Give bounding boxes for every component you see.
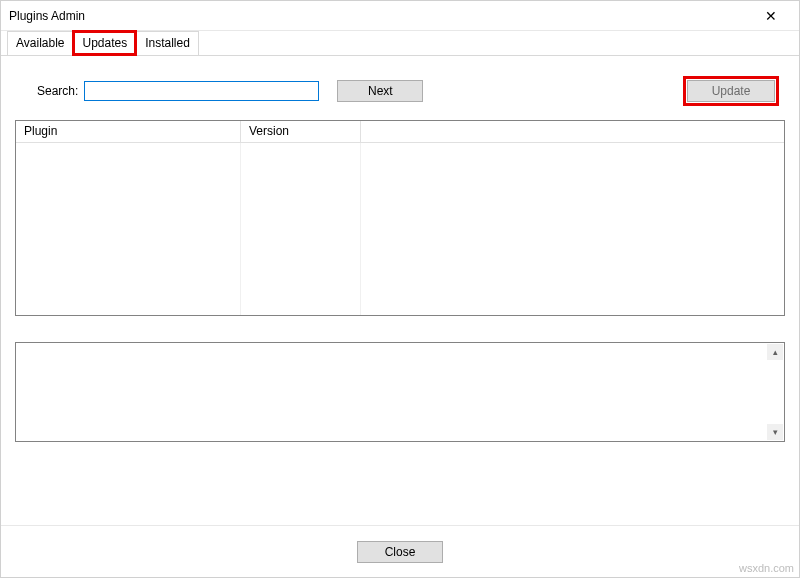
tab-updates[interactable]: Updates <box>73 31 136 55</box>
search-row: Search: Next Update <box>13 68 787 120</box>
description-box: ▴ ▾ <box>15 342 785 442</box>
column-header-empty <box>361 121 784 143</box>
close-button[interactable]: Close <box>357 541 443 563</box>
tab-label: Updates <box>82 36 127 50</box>
table-col-plugin <box>16 143 241 315</box>
tab-installed[interactable]: Installed <box>136 31 199 55</box>
close-icon[interactable]: ✕ <box>751 2 791 30</box>
close-x: ✕ <box>765 8 777 24</box>
table-header: Plugin Version <box>16 121 784 143</box>
content-area: Search: Next Update Plugin Version ▴ ▾ <box>1 56 799 525</box>
plugins-admin-window: Plugins Admin ✕ Available Updates Instal… <box>0 0 800 578</box>
scroll-up-icon[interactable]: ▴ <box>767 344 783 360</box>
titlebar: Plugins Admin ✕ <box>1 1 799 31</box>
table-body <box>16 143 784 315</box>
search-input[interactable] <box>84 81 319 101</box>
next-button[interactable]: Next <box>337 80 423 102</box>
table-col-version <box>241 143 361 315</box>
tab-label: Available <box>16 36 64 50</box>
scroll-down-icon[interactable]: ▾ <box>767 424 783 440</box>
plugins-table: Plugin Version <box>15 120 785 316</box>
watermark: wsxdn.com <box>739 562 794 574</box>
column-header-version[interactable]: Version <box>241 121 361 143</box>
footer: Close <box>1 525 799 577</box>
tab-label: Installed <box>145 36 190 50</box>
column-header-plugin[interactable]: Plugin <box>16 121 241 143</box>
tab-bar: Available Updates Installed <box>1 31 799 56</box>
tab-available[interactable]: Available <box>7 31 73 55</box>
window-title: Plugins Admin <box>9 9 751 23</box>
search-label: Search: <box>37 84 78 98</box>
update-button[interactable]: Update <box>687 80 775 102</box>
